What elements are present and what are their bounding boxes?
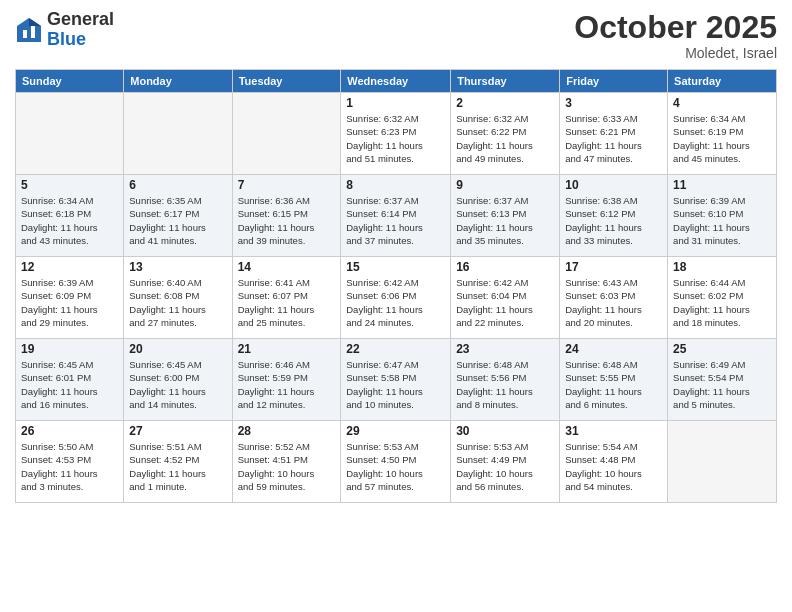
day-info: Sunrise: 6:35 AM Sunset: 6:17 PM Dayligh…	[129, 194, 226, 247]
day-number: 15	[346, 260, 445, 274]
day-number: 10	[565, 178, 662, 192]
table-row: 13Sunrise: 6:40 AM Sunset: 6:08 PM Dayli…	[124, 257, 232, 339]
day-number: 13	[129, 260, 226, 274]
day-number: 8	[346, 178, 445, 192]
day-number: 23	[456, 342, 554, 356]
table-row: 10Sunrise: 6:38 AM Sunset: 6:12 PM Dayli…	[560, 175, 668, 257]
day-number: 18	[673, 260, 771, 274]
day-number: 26	[21, 424, 118, 438]
table-row: 30Sunrise: 5:53 AM Sunset: 4:49 PM Dayli…	[451, 421, 560, 503]
day-info: Sunrise: 5:53 AM Sunset: 4:49 PM Dayligh…	[456, 440, 554, 493]
table-row: 5Sunrise: 6:34 AM Sunset: 6:18 PM Daylig…	[16, 175, 124, 257]
day-number: 29	[346, 424, 445, 438]
day-info: Sunrise: 6:48 AM Sunset: 5:56 PM Dayligh…	[456, 358, 554, 411]
table-row: 20Sunrise: 6:45 AM Sunset: 6:00 PM Dayli…	[124, 339, 232, 421]
table-row: 7Sunrise: 6:36 AM Sunset: 6:15 PM Daylig…	[232, 175, 341, 257]
day-info: Sunrise: 6:49 AM Sunset: 5:54 PM Dayligh…	[673, 358, 771, 411]
table-row: 25Sunrise: 6:49 AM Sunset: 5:54 PM Dayli…	[668, 339, 777, 421]
day-number: 31	[565, 424, 662, 438]
day-number: 7	[238, 178, 336, 192]
col-friday: Friday	[560, 70, 668, 93]
day-number: 2	[456, 96, 554, 110]
table-row: 12Sunrise: 6:39 AM Sunset: 6:09 PM Dayli…	[16, 257, 124, 339]
calendar-row-2: 12Sunrise: 6:39 AM Sunset: 6:09 PM Dayli…	[16, 257, 777, 339]
table-row	[124, 93, 232, 175]
day-number: 21	[238, 342, 336, 356]
day-number: 19	[21, 342, 118, 356]
table-row: 28Sunrise: 5:52 AM Sunset: 4:51 PM Dayli…	[232, 421, 341, 503]
table-row: 6Sunrise: 6:35 AM Sunset: 6:17 PM Daylig…	[124, 175, 232, 257]
table-row	[232, 93, 341, 175]
logo-blue-text: Blue	[47, 29, 86, 49]
title-block: October 2025 Moledet, Israel	[574, 10, 777, 61]
day-info: Sunrise: 5:53 AM Sunset: 4:50 PM Dayligh…	[346, 440, 445, 493]
table-row: 22Sunrise: 6:47 AM Sunset: 5:58 PM Dayli…	[341, 339, 451, 421]
day-info: Sunrise: 6:42 AM Sunset: 6:04 PM Dayligh…	[456, 276, 554, 329]
day-info: Sunrise: 6:44 AM Sunset: 6:02 PM Dayligh…	[673, 276, 771, 329]
day-info: Sunrise: 6:34 AM Sunset: 6:18 PM Dayligh…	[21, 194, 118, 247]
table-row: 21Sunrise: 6:46 AM Sunset: 5:59 PM Dayli…	[232, 339, 341, 421]
svg-rect-2	[23, 30, 27, 38]
day-info: Sunrise: 6:39 AM Sunset: 6:10 PM Dayligh…	[673, 194, 771, 247]
calendar-header-row: Sunday Monday Tuesday Wednesday Thursday…	[16, 70, 777, 93]
table-row	[16, 93, 124, 175]
table-row: 18Sunrise: 6:44 AM Sunset: 6:02 PM Dayli…	[668, 257, 777, 339]
table-row: 11Sunrise: 6:39 AM Sunset: 6:10 PM Dayli…	[668, 175, 777, 257]
table-row: 2Sunrise: 6:32 AM Sunset: 6:22 PM Daylig…	[451, 93, 560, 175]
day-info: Sunrise: 6:40 AM Sunset: 6:08 PM Dayligh…	[129, 276, 226, 329]
table-row: 17Sunrise: 6:43 AM Sunset: 6:03 PM Dayli…	[560, 257, 668, 339]
col-monday: Monday	[124, 70, 232, 93]
table-row: 24Sunrise: 6:48 AM Sunset: 5:55 PM Dayli…	[560, 339, 668, 421]
day-number: 9	[456, 178, 554, 192]
logo-general-text: General	[47, 9, 114, 29]
table-row: 27Sunrise: 5:51 AM Sunset: 4:52 PM Dayli…	[124, 421, 232, 503]
day-info: Sunrise: 6:43 AM Sunset: 6:03 PM Dayligh…	[565, 276, 662, 329]
day-info: Sunrise: 6:37 AM Sunset: 6:14 PM Dayligh…	[346, 194, 445, 247]
day-info: Sunrise: 6:34 AM Sunset: 6:19 PM Dayligh…	[673, 112, 771, 165]
table-row: 31Sunrise: 5:54 AM Sunset: 4:48 PM Dayli…	[560, 421, 668, 503]
day-number: 27	[129, 424, 226, 438]
table-row: 16Sunrise: 6:42 AM Sunset: 6:04 PM Dayli…	[451, 257, 560, 339]
logo-text: General Blue	[47, 10, 114, 50]
day-number: 22	[346, 342, 445, 356]
location: Moledet, Israel	[574, 45, 777, 61]
day-info: Sunrise: 5:54 AM Sunset: 4:48 PM Dayligh…	[565, 440, 662, 493]
day-info: Sunrise: 6:32 AM Sunset: 6:22 PM Dayligh…	[456, 112, 554, 165]
day-info: Sunrise: 6:47 AM Sunset: 5:58 PM Dayligh…	[346, 358, 445, 411]
day-number: 12	[21, 260, 118, 274]
day-number: 20	[129, 342, 226, 356]
day-number: 25	[673, 342, 771, 356]
table-row: 9Sunrise: 6:37 AM Sunset: 6:13 PM Daylig…	[451, 175, 560, 257]
day-number: 1	[346, 96, 445, 110]
table-row: 4Sunrise: 6:34 AM Sunset: 6:19 PM Daylig…	[668, 93, 777, 175]
header: General Blue October 2025 Moledet, Israe…	[15, 10, 777, 61]
day-number: 30	[456, 424, 554, 438]
day-info: Sunrise: 6:36 AM Sunset: 6:15 PM Dayligh…	[238, 194, 336, 247]
col-thursday: Thursday	[451, 70, 560, 93]
calendar-row-3: 19Sunrise: 6:45 AM Sunset: 6:01 PM Dayli…	[16, 339, 777, 421]
day-info: Sunrise: 6:48 AM Sunset: 5:55 PM Dayligh…	[565, 358, 662, 411]
day-info: Sunrise: 6:46 AM Sunset: 5:59 PM Dayligh…	[238, 358, 336, 411]
col-wednesday: Wednesday	[341, 70, 451, 93]
day-info: Sunrise: 6:45 AM Sunset: 6:00 PM Dayligh…	[129, 358, 226, 411]
month-title: October 2025	[574, 10, 777, 45]
table-row: 19Sunrise: 6:45 AM Sunset: 6:01 PM Dayli…	[16, 339, 124, 421]
col-sunday: Sunday	[16, 70, 124, 93]
day-number: 16	[456, 260, 554, 274]
table-row: 1Sunrise: 6:32 AM Sunset: 6:23 PM Daylig…	[341, 93, 451, 175]
table-row: 26Sunrise: 5:50 AM Sunset: 4:53 PM Dayli…	[16, 421, 124, 503]
table-row: 23Sunrise: 6:48 AM Sunset: 5:56 PM Dayli…	[451, 339, 560, 421]
day-number: 5	[21, 178, 118, 192]
logo-icon	[15, 16, 43, 44]
calendar-row-4: 26Sunrise: 5:50 AM Sunset: 4:53 PM Dayli…	[16, 421, 777, 503]
day-info: Sunrise: 6:39 AM Sunset: 6:09 PM Dayligh…	[21, 276, 118, 329]
logo: General Blue	[15, 10, 114, 50]
day-info: Sunrise: 5:51 AM Sunset: 4:52 PM Dayligh…	[129, 440, 226, 493]
calendar-row-1: 5Sunrise: 6:34 AM Sunset: 6:18 PM Daylig…	[16, 175, 777, 257]
col-saturday: Saturday	[668, 70, 777, 93]
day-number: 14	[238, 260, 336, 274]
day-info: Sunrise: 6:32 AM Sunset: 6:23 PM Dayligh…	[346, 112, 445, 165]
table-row: 15Sunrise: 6:42 AM Sunset: 6:06 PM Dayli…	[341, 257, 451, 339]
day-info: Sunrise: 6:38 AM Sunset: 6:12 PM Dayligh…	[565, 194, 662, 247]
svg-rect-3	[31, 26, 35, 38]
